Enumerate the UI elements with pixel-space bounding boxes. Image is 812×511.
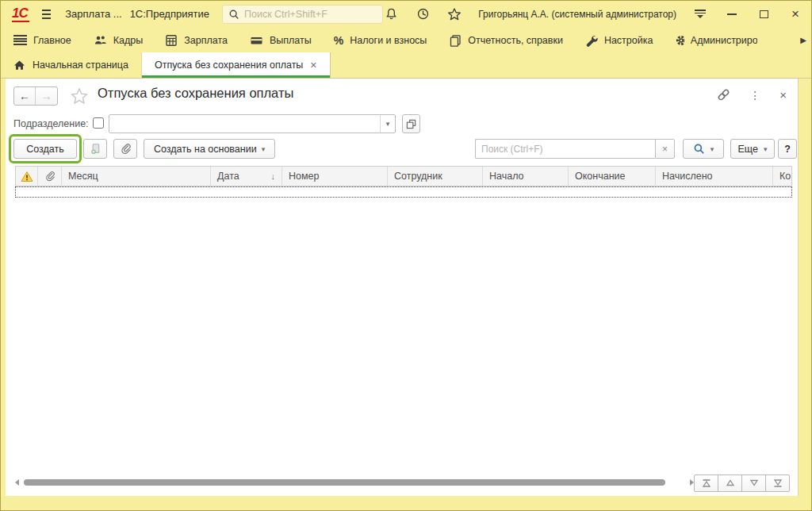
dropdown-caret-icon: ▾ bbox=[262, 145, 266, 153]
1c-logo: 1С bbox=[12, 6, 29, 22]
wrench-icon bbox=[585, 34, 598, 47]
department-checkbox[interactable] bbox=[93, 117, 104, 129]
app-title: Зарплата ... bbox=[65, 8, 121, 20]
scroll-left-icon[interactable] bbox=[15, 479, 19, 486]
people-icon bbox=[94, 34, 107, 47]
titlebar: 1С Зарплата ... 1С:Предприятие Григорьян… bbox=[1, 1, 811, 27]
column-employee[interactable]: Сотрудник bbox=[388, 167, 483, 186]
current-user[interactable]: Григорьянц А.А. (системный администратор… bbox=[478, 9, 676, 20]
history-nav-group: ← → bbox=[13, 86, 58, 106]
calculator-icon bbox=[165, 34, 178, 47]
tab-otpuska[interactable]: Отпуска без сохранения оплаты × bbox=[142, 52, 331, 78]
menu-item-nalogi[interactable]: % Налоги и взносы bbox=[323, 27, 439, 53]
department-combobox[interactable]: ▾ bbox=[109, 114, 396, 133]
attachments-paperclip-button[interactable] bbox=[113, 139, 137, 159]
scrollbar-track[interactable] bbox=[24, 478, 685, 486]
global-search-input[interactable] bbox=[244, 9, 377, 20]
forward-button[interactable]: → bbox=[36, 87, 57, 105]
horizontal-scrollbar bbox=[15, 475, 694, 490]
notifications-bell-icon[interactable] bbox=[383, 6, 399, 22]
get-link-icon[interactable] bbox=[717, 88, 730, 102]
list-search-input[interactable] bbox=[475, 139, 655, 159]
more-button[interactable]: Еще ▾ bbox=[730, 139, 775, 159]
paperclip-icon bbox=[44, 171, 56, 182]
status-strip bbox=[1, 494, 811, 510]
column-month[interactable]: Месяц bbox=[62, 167, 211, 186]
more-actions-icon[interactable]: ⋮ bbox=[749, 89, 760, 102]
close-form-icon[interactable]: × bbox=[779, 88, 787, 102]
row-down-button[interactable] bbox=[741, 474, 766, 492]
help-button[interactable]: ? bbox=[778, 139, 797, 159]
home-icon bbox=[13, 60, 25, 71]
minimize-button[interactable] bbox=[724, 6, 740, 22]
search-icon bbox=[228, 9, 239, 20]
favorites-star-icon[interactable] bbox=[446, 6, 462, 22]
form-header-row: ← → Отпуска без сохранения оплаты ⋮ × bbox=[6, 85, 798, 107]
go-last-row-button[interactable] bbox=[765, 474, 790, 492]
close-window-button[interactable]: × bbox=[787, 6, 803, 22]
back-button[interactable]: ← bbox=[14, 87, 36, 105]
list-search-box: × bbox=[475, 139, 675, 159]
global-search[interactable] bbox=[222, 5, 383, 24]
tab-bar: Начальная страница Отпуска без сохранени… bbox=[1, 53, 811, 79]
go-first-row-button[interactable] bbox=[694, 474, 718, 492]
app-brand: 1С:Предприятие bbox=[130, 8, 209, 20]
percent-icon: % bbox=[334, 34, 343, 47]
history-icon[interactable] bbox=[415, 6, 431, 22]
table-nav-buttons bbox=[695, 474, 790, 492]
command-bar: Создать Создать на основании ▾ × ▾ Еще bbox=[6, 139, 798, 159]
column-date[interactable]: Дата ↓ bbox=[211, 167, 282, 186]
column-accrued[interactable]: Начислено bbox=[656, 167, 773, 186]
app-window: 1С Зарплата ... 1С:Предприятие Григорьян… bbox=[0, 0, 812, 511]
logo-text: 1С bbox=[12, 6, 28, 21]
maximize-button[interactable] bbox=[756, 6, 772, 22]
tab-close-icon[interactable]: × bbox=[310, 60, 316, 71]
dropdown-caret-icon: ▾ bbox=[710, 145, 714, 153]
gear-icon bbox=[675, 34, 684, 47]
department-open-button[interactable] bbox=[402, 114, 420, 133]
menu-overflow-arrow[interactable]: ▶ bbox=[800, 27, 806, 53]
form-panel: ← → Отпуска без сохранения оплаты ⋮ × По… bbox=[6, 79, 799, 496]
column-start[interactable]: Начало bbox=[483, 167, 569, 186]
column-end[interactable]: Окончание bbox=[569, 167, 656, 186]
menu-item-glavnoe[interactable]: Главное bbox=[12, 27, 82, 53]
add-to-favorites-star-icon[interactable] bbox=[71, 87, 88, 105]
copy-document-button[interactable] bbox=[83, 139, 107, 159]
menu-item-nastroyka[interactable]: Настройка bbox=[574, 27, 665, 53]
row-up-button[interactable] bbox=[718, 474, 742, 492]
sort-descending-icon: ↓ bbox=[271, 171, 276, 181]
tab-home[interactable]: Начальная страница bbox=[1, 52, 142, 78]
menu-item-administrirovanie[interactable]: Администрирование bbox=[664, 27, 757, 53]
reports-icon bbox=[449, 34, 462, 47]
column-ko-truncated[interactable]: Ко bbox=[773, 167, 791, 186]
department-filter-row: Подразделение: ▾ bbox=[6, 113, 798, 134]
form-header-actions: ⋮ × bbox=[717, 88, 787, 102]
table-header: Месяц Дата ↓ Номер Сотрудник Начало Окон… bbox=[15, 166, 792, 186]
menu-item-otchetnost[interactable]: Отчетность, справки bbox=[438, 27, 574, 53]
combobox-dropdown-icon[interactable]: ▾ bbox=[380, 115, 395, 133]
department-label: Подразделение: bbox=[13, 118, 89, 129]
column-attachments[interactable] bbox=[38, 167, 62, 186]
column-warning[interactable] bbox=[16, 167, 38, 186]
dropdown-caret-icon: ▾ bbox=[764, 145, 768, 153]
column-number[interactable]: Номер bbox=[282, 167, 388, 186]
menu-item-kadry[interactable]: Кадры bbox=[82, 27, 154, 53]
menu-ribbon: Главное Кадры Зарплата Выплаты % Налоги … bbox=[1, 27, 811, 53]
menu-item-zarplata[interactable]: Зарплата bbox=[154, 27, 239, 53]
hamburger-menu-icon[interactable] bbox=[42, 10, 52, 19]
collapse-panel-icon[interactable] bbox=[692, 6, 708, 22]
search-settings-button[interactable]: ▾ bbox=[683, 139, 724, 159]
scrollbar-thumb[interactable] bbox=[24, 479, 665, 486]
clear-search-icon[interactable]: × bbox=[655, 139, 675, 159]
page-title: Отпуска без сохранения оплаты bbox=[98, 86, 293, 101]
bank-card-icon bbox=[250, 34, 263, 47]
create-button[interactable]: Создать bbox=[13, 139, 77, 159]
create-based-on-button[interactable]: Создать на основании ▾ bbox=[144, 139, 275, 159]
warning-icon bbox=[21, 171, 33, 182]
department-input[interactable] bbox=[109, 115, 380, 133]
empty-row-focus[interactable] bbox=[15, 186, 792, 198]
menu-item-vyplaty[interactable]: Выплаты bbox=[239, 27, 323, 53]
sections-icon bbox=[13, 35, 27, 45]
